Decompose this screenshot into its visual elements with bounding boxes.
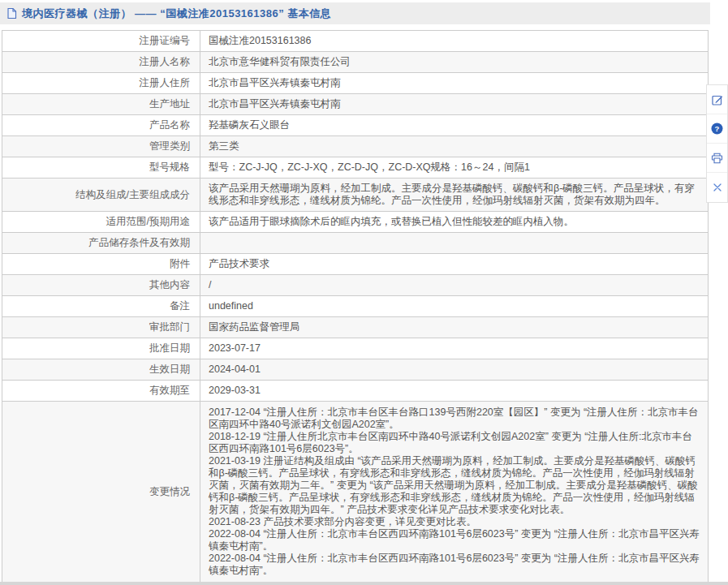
row-label: 型号规格: [2, 157, 200, 179]
table-row: 有效期至2029-03-31: [2, 381, 709, 402]
row-value: 北京市昌平区兴寿镇秦屯村南: [200, 94, 709, 115]
row-value: 国家药品监督管理局: [200, 317, 709, 338]
table-row: 注册人住所北京市昌平区兴寿镇秦屯村南: [2, 73, 709, 94]
row-value: 该产品适用于眼球摘除术后的眶内填充，或替换已植入但性能较差的眶内植入物。: [200, 212, 709, 233]
page-title: 境内医疗器械（注册） —— “国械注准20153161386” 基本信息: [22, 6, 331, 21]
table-row: 变更情况2017-12-04 “注册人住所：北京市丰台区丰台路口139号西附22…: [2, 402, 709, 583]
table-row: 批准日期2023-07-17: [2, 338, 709, 359]
row-label: 注册人住所: [2, 73, 200, 94]
svg-text:?: ?: [715, 124, 720, 133]
row-value: [200, 233, 709, 254]
document-icon: [6, 7, 17, 19]
row-label: 适用范围/预期用途: [2, 212, 200, 233]
close-button[interactable]: [707, 173, 727, 202]
title-bar: 境内医疗器械（注册） —— “国械注准20153161386” 基本信息: [0, 2, 710, 24]
help-button[interactable]: ?: [707, 114, 727, 144]
table-row: 型号规格型号：ZC-J-JQ，ZC-J-XQ，ZC-D-JQ，ZC-D-XQ规格…: [2, 157, 709, 179]
row-label: 注册证编号: [2, 31, 200, 52]
row-label: 产品名称: [2, 115, 200, 136]
change-history: 2017-12-04 “注册人住所：北京市丰台区丰台路口139号西附220室【园…: [200, 402, 709, 583]
row-label: 批准日期: [2, 338, 200, 359]
table-row: 注册人名称北京市意华健科贸有限责任公司: [2, 52, 709, 73]
row-value: /: [200, 275, 709, 296]
table-row: 生产地址北京市昌平区兴寿镇秦屯村南: [2, 94, 709, 115]
table-row: 管理类别第三类: [2, 136, 709, 157]
row-value: undefined: [200, 296, 709, 317]
side-toolbar: ?: [706, 84, 728, 203]
table-row: 产品储存条件及有效期: [2, 233, 709, 254]
row-value: 北京市昌平区兴寿镇秦屯村南: [200, 73, 709, 94]
row-label: 管理类别: [2, 136, 200, 157]
row-label: 生产地址: [2, 94, 200, 115]
row-label: 结构及组成/主要组成成分: [2, 179, 200, 212]
print-button[interactable]: [707, 144, 727, 173]
registration-table-body: 注册证编号国械注准20153161386注册人名称北京市意华健科贸有限责任公司注…: [2, 31, 709, 583]
row-value: 产品技术要求: [200, 254, 709, 275]
row-value: 型号：ZC-J-JQ，ZC-J-XQ，ZC-D-JQ，ZC-D-XQ规格：16～…: [200, 157, 709, 179]
table-row: 产品名称羟基磷灰石义眼台: [2, 115, 709, 136]
help-icon: ?: [711, 123, 723, 135]
registration-info: 注册证编号国械注准20153161386注册人名称北京市意华健科贸有限责任公司注…: [2, 30, 726, 585]
row-label: 备注: [2, 296, 200, 317]
row-label: 有效期至: [2, 381, 200, 402]
row-label: 变更情况: [2, 402, 200, 583]
row-label: 其他内容: [2, 275, 200, 296]
table-row: 审批部门国家药品监督管理局: [2, 317, 709, 338]
bottom-strip: [0, 582, 728, 585]
row-value: 国械注准20153161386: [200, 31, 709, 52]
row-value: 第三类: [200, 136, 709, 157]
row-value: 2023-07-17: [200, 338, 709, 359]
row-label: 审批部门: [2, 317, 200, 338]
edit-button[interactable]: [707, 85, 727, 114]
printer-icon: [711, 153, 723, 164]
table-row: 附件产品技术要求: [2, 254, 709, 275]
table-row: 备注undefined: [2, 296, 709, 317]
row-value: 羟基磷灰石义眼台: [200, 115, 709, 136]
row-label: 附件: [2, 254, 200, 275]
row-label: 产品储存条件及有效期: [2, 233, 200, 254]
row-value: 2024-04-01: [200, 359, 709, 381]
row-value: 北京市意华健科贸有限责任公司: [200, 52, 709, 73]
row-value: 2029-03-31: [200, 381, 709, 402]
row-value: 该产品采用天然珊瑚为原料，经加工制成。主要成分是羟基磷酸钙、碳酸钙和β-磷酸三钙…: [200, 179, 709, 212]
table-row: 结构及组成/主要组成成分该产品采用天然珊瑚为原料，经加工制成。主要成分是羟基磷酸…: [2, 179, 709, 212]
table-row: 生效日期2024-04-01: [2, 359, 709, 381]
close-icon: [713, 183, 722, 192]
registration-info-table: 注册证编号国械注准20153161386注册人名称北京市意华健科贸有限责任公司注…: [2, 30, 709, 583]
registration-detail-page: 境内医疗器械（注册） —— “国械注准20153161386” 基本信息 注册证…: [0, 0, 728, 585]
row-label: 注册人名称: [2, 52, 200, 73]
edit-icon: [712, 94, 723, 105]
row-label: 生效日期: [2, 359, 200, 381]
table-row: 注册证编号国械注准20153161386: [2, 31, 709, 52]
table-row: 其他内容/: [2, 275, 709, 296]
table-row: 适用范围/预期用途该产品适用于眼球摘除术后的眶内填充，或替换已植入但性能较差的眶…: [2, 212, 709, 233]
